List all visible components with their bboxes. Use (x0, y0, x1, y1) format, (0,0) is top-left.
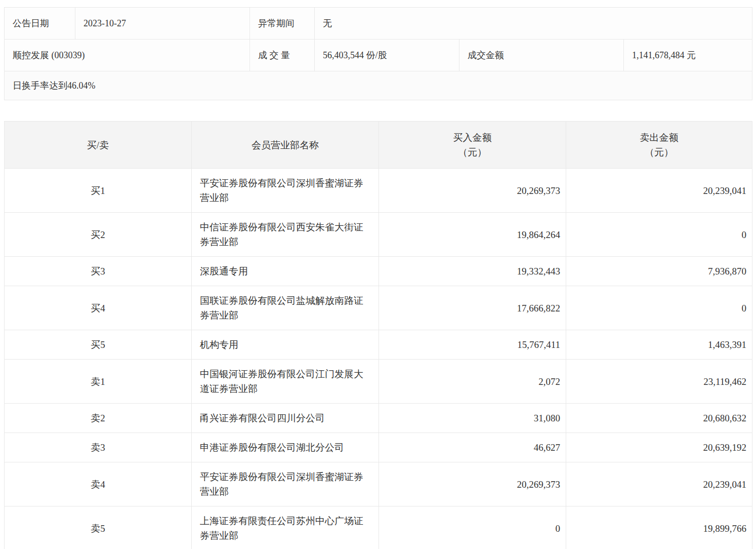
table-row: 买5 机构专用 15,767,411 1,463,391 (5, 330, 752, 360)
header-buy-amount-unit: （元） (384, 145, 561, 160)
announce-date-label: 公告日期 (5, 8, 75, 40)
broker-cell: 国联证券股份有限公司盐城解放南路证券营业部 (192, 286, 379, 330)
buy-amount-cell: 2,072 (379, 360, 566, 404)
header-side: 买/卖 (5, 122, 192, 169)
turnover-rate-note: 日换手率达到46.04% (5, 71, 752, 100)
header-broker: 会员营业部名称 (192, 122, 379, 169)
side-cell: 买5 (5, 330, 192, 360)
side-cell: 卖1 (5, 360, 192, 404)
abnormal-period-value: 无 (315, 8, 752, 40)
buy-amount-cell: 19,332,443 (379, 257, 566, 286)
broker-cell: 平安证券股份有限公司深圳香蜜湖证券营业部 (192, 169, 379, 213)
side-cell: 买2 (5, 213, 192, 257)
info-row-note: 日换手率达到46.04% (5, 71, 752, 100)
broker-cell: 平安证券股份有限公司深圳香蜜湖证券营业部 (192, 462, 379, 506)
sell-amount-cell: 1,463,391 (566, 330, 752, 360)
broker-cell: 中信证券股份有限公司西安朱雀大街证券营业部 (192, 213, 379, 257)
side-cell: 买1 (5, 169, 192, 213)
header-sell-amount-label: 卖出金额 (571, 130, 747, 145)
stock-name: 顺控发展 (003039) (5, 40, 250, 71)
broker-cell: 中国银河证券股份有限公司江门发展大道证券营业部 (192, 360, 379, 404)
side-cell: 卖5 (5, 506, 192, 549)
table-row: 买3 深股通专用 19,332,443 7,936,870 (5, 257, 752, 286)
sell-amount-cell: 0 (566, 286, 752, 330)
turnover-label: 成交金额 (459, 40, 624, 71)
broker-cell: 机构专用 (192, 330, 379, 360)
table-body: 买1 平安证券股份有限公司深圳香蜜湖证券营业部 20,269,373 20,23… (5, 169, 752, 549)
sell-amount-cell: 23,119,462 (566, 360, 752, 404)
side-cell: 卖3 (5, 433, 192, 462)
table-row: 卖4 平安证券股份有限公司深圳香蜜湖证券营业部 20,269,373 20,23… (5, 462, 752, 506)
sell-amount-cell: 20,239,041 (566, 462, 752, 506)
table-row: 买2 中信证券股份有限公司西安朱雀大街证券营业部 19,864,264 0 (5, 213, 752, 257)
sell-amount-cell: 0 (566, 213, 752, 257)
header-sell-amount: 卖出金额 （元） (566, 122, 752, 169)
table-row: 买1 平安证券股份有限公司深圳香蜜湖证券营业部 20,269,373 20,23… (5, 169, 752, 213)
abnormal-period-label: 异常期间 (250, 8, 315, 40)
buy-amount-cell: 15,767,411 (379, 330, 566, 360)
table-row: 卖2 甬兴证券有限公司四川分公司 31,080 20,680,632 (5, 404, 752, 433)
buy-amount-cell: 20,269,373 (379, 462, 566, 506)
table-row: 买4 国联证券股份有限公司盐城解放南路证券营业部 17,666,822 0 (5, 286, 752, 330)
header-sell-amount-unit: （元） (571, 145, 747, 160)
table-row: 卖5 上海证券有限责任公司苏州中心广场证券营业部 0 19,899,766 (5, 506, 752, 549)
header-buy-amount: 买入金额 （元） (379, 122, 566, 169)
table-header-row: 买/卖 会员营业部名称 买入金额 （元） 卖出金额 （元） (5, 122, 752, 169)
broker-cell: 甬兴证券有限公司四川分公司 (192, 404, 379, 433)
sell-amount-cell: 20,639,192 (566, 433, 752, 462)
sell-amount-cell: 20,680,632 (566, 404, 752, 433)
side-cell: 买3 (5, 257, 192, 286)
broker-cell: 深股通专用 (192, 257, 379, 286)
side-cell: 卖4 (5, 462, 192, 506)
buy-amount-cell: 17,666,822 (379, 286, 566, 330)
header-buy-amount-label: 买入金额 (384, 130, 561, 145)
buy-amount-cell: 31,080 (379, 404, 566, 433)
table-row: 卖1 中国银河证券股份有限公司江门发展大道证券营业部 2,072 23,119,… (5, 360, 752, 404)
sell-amount-cell: 19,899,766 (566, 506, 752, 549)
buy-amount-cell: 19,864,264 (379, 213, 566, 257)
sell-amount-cell: 20,239,041 (566, 169, 752, 213)
volume-value: 56,403,544 份/股 (315, 40, 459, 71)
info-row-stock: 顺控发展 (003039) 成 交 量 56,403,544 份/股 成交金额 … (5, 40, 752, 71)
buy-amount-cell: 46,627 (379, 433, 566, 462)
table-row: 卖3 申港证券股份有限公司湖北分公司 46,627 20,639,192 (5, 433, 752, 462)
buy-amount-cell: 0 (379, 506, 566, 549)
page: 公告日期 2023-10-27 异常期间 无 顺控发展 (003039) 成 交… (0, 0, 756, 549)
announce-date-value: 2023-10-27 (75, 8, 250, 40)
broker-cell: 申港证券股份有限公司湖北分公司 (192, 433, 379, 462)
volume-label: 成 交 量 (250, 40, 315, 71)
turnover-value: 1,141,678,484 元 (624, 40, 752, 71)
side-cell: 买4 (5, 286, 192, 330)
stock-info-table: 公告日期 2023-10-27 异常期间 无 顺控发展 (003039) 成 交… (4, 7, 752, 100)
broker-table: 买/卖 会员营业部名称 买入金额 （元） 卖出金额 （元） 买1 平安证券股份有… (4, 121, 752, 549)
side-cell: 卖2 (5, 404, 192, 433)
sell-amount-cell: 7,936,870 (566, 257, 752, 286)
broker-cell: 上海证券有限责任公司苏州中心广场证券营业部 (192, 506, 379, 549)
buy-amount-cell: 20,269,373 (379, 169, 566, 213)
info-row-date: 公告日期 2023-10-27 异常期间 无 (5, 8, 752, 40)
